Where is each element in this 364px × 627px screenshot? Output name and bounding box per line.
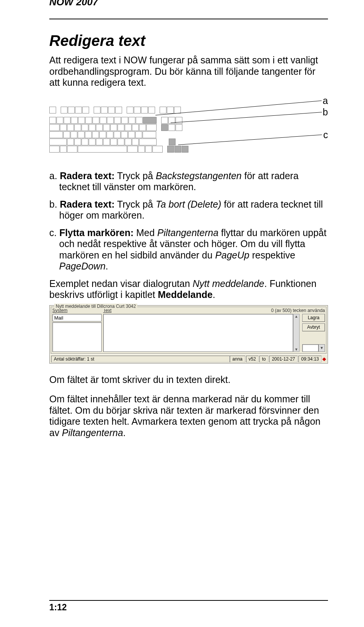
doc-title: NOW 2007 (49, 0, 101, 8)
combo-field[interactable] (302, 344, 318, 352)
callout-label-a: a (323, 95, 328, 106)
section-heading: Redigera text (49, 32, 328, 49)
status-user: anna (230, 356, 245, 362)
chevron-down-icon[interactable]: ▼ (318, 344, 325, 352)
list-item-b: b. Radera text: Tryck på Ta bort (Delete… (49, 199, 328, 221)
page-footer: 1:12 (49, 600, 328, 613)
arrow-right-key-icon (182, 146, 188, 153)
arrow-up-key-icon (169, 139, 176, 145)
after-paragraph-2: Om fältet innehåller text är denna marke… (49, 394, 328, 438)
dialog-screenshot: Nytt meddelande till Dillcrona Curt 3042… (49, 305, 328, 364)
arrow-left-key-icon (167, 146, 174, 153)
list-item-c: c. Flytta markören: Med Piltangenterna f… (49, 227, 328, 272)
status-date: 2001-12-27 (269, 356, 298, 362)
list-item-a: a. Radera text: Tryck på Backstegstangen… (49, 170, 328, 193)
callout-label-c: c (323, 129, 328, 140)
intro-paragraph: Att redigera text i NOW fungerar på samm… (49, 55, 328, 88)
chars-used-label: 0 (av 500) tecken använda (271, 308, 325, 313)
system-list[interactable] (52, 322, 102, 352)
store-button[interactable]: Lagra (302, 314, 325, 322)
callout-line (178, 134, 322, 145)
status-day: to (259, 356, 268, 362)
page-number: 1:12 (49, 602, 328, 613)
delete-key-icon (161, 124, 168, 131)
dialog-legend: Nytt meddelande till Dillcrona Curt 3042 (54, 304, 137, 309)
status-hits: Antal sökträffar: 1 st (51, 356, 230, 362)
scrollbar[interactable]: ▲▼ (293, 314, 300, 352)
status-week: v52 (246, 356, 259, 362)
status-time: 09:34:13 (298, 356, 322, 362)
keyboard-icon (49, 107, 188, 153)
text-area[interactable] (103, 314, 293, 352)
status-bar: Antal sökträffar: 1 st anna v52 to 2001-… (50, 354, 328, 363)
system-field[interactable]: Mail (52, 314, 102, 321)
record-icon: ◆ (322, 356, 326, 362)
after-paragraph-1: Om fältet är tomt skriver du in texten d… (49, 374, 328, 386)
arrow-down-key-icon (174, 146, 181, 153)
keyboard-illustration: a b c (49, 95, 328, 160)
callout-label-b: b (323, 107, 328, 118)
callout-line (171, 112, 322, 123)
cancel-button[interactable]: Avbryt (302, 323, 325, 331)
example-paragraph: Exemplet nedan visar dialogrutan Nytt me… (49, 278, 328, 301)
doc-header: NOW 2007 (49, 0, 328, 19)
backspace-key-icon (143, 117, 157, 124)
